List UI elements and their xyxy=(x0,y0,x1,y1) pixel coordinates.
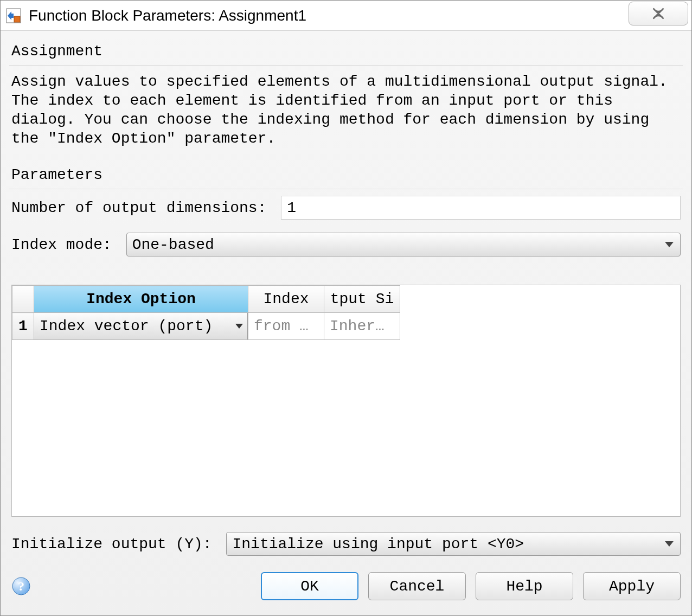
section-assignment-header: Assignment xyxy=(11,43,683,60)
assignment-description: Assign values to specified elements of a… xyxy=(11,72,681,148)
app-icon xyxy=(6,8,21,23)
col-header-blank[interactable] xyxy=(12,286,34,313)
table-header-row: Index Option Index tput Si xyxy=(12,286,400,313)
num-dimensions-row: Number of output dimensions: xyxy=(11,196,681,220)
index-mode-value: One-based xyxy=(132,236,214,253)
close-icon xyxy=(651,7,665,21)
table-row: 1 Index vector (port) from … Inher… xyxy=(12,313,400,340)
cell-output-size[interactable]: Inher… xyxy=(324,313,400,340)
index-option-value: Index vector (port) xyxy=(40,318,213,335)
window-title: Function Block Parameters: Assignment1 xyxy=(29,7,306,24)
cell-index-option[interactable]: Index vector (port) xyxy=(34,313,248,340)
num-dimensions-input[interactable] xyxy=(281,196,681,220)
num-dimensions-label: Number of output dimensions: xyxy=(11,200,275,216)
col-header-index[interactable]: Index xyxy=(248,286,324,313)
dialog-window: Function Block Parameters: Assignment1 A… xyxy=(0,0,692,616)
close-button[interactable] xyxy=(629,2,688,25)
index-value: from … xyxy=(248,313,324,339)
col-header-output-size[interactable]: tput Si xyxy=(324,286,400,313)
ok-button[interactable]: OK xyxy=(261,572,358,600)
index-option-dropdown[interactable]: Index vector (port) xyxy=(34,313,248,339)
titlebar: Function Block Parameters: Assignment1 xyxy=(1,1,691,31)
button-row: ? OK Cancel Help Apply xyxy=(9,562,683,610)
index-mode-row: Index mode: One-based xyxy=(11,233,681,256)
row-number[interactable]: 1 xyxy=(12,313,34,340)
init-output-dropdown[interactable]: Initialize using input port <Y0> xyxy=(226,532,681,556)
index-mode-dropdown[interactable]: One-based xyxy=(126,233,681,256)
help-button[interactable]: Help xyxy=(476,572,573,600)
output-size-value: Inher… xyxy=(324,313,400,339)
help-icon[interactable]: ? xyxy=(11,576,31,596)
init-output-label: Initialize output (Y): xyxy=(11,536,221,553)
init-output-value: Initialize using input port <Y0> xyxy=(232,536,524,553)
divider xyxy=(9,189,683,189)
apply-button[interactable]: Apply xyxy=(583,572,681,600)
index-table: Index Option Index tput Si 1 Index vecto… xyxy=(11,285,681,517)
col-header-index-option[interactable]: Index Option xyxy=(34,286,248,313)
divider xyxy=(9,65,683,66)
cell-index[interactable]: from … xyxy=(248,313,324,340)
dialog-body: Assignment Assign values to specified el… xyxy=(1,31,691,615)
chevron-down-icon xyxy=(235,324,243,329)
index-mode-label: Index mode: xyxy=(11,236,121,253)
cancel-button[interactable]: Cancel xyxy=(368,572,466,600)
section-parameters-header: Parameters xyxy=(11,166,683,183)
svg-text:?: ? xyxy=(18,579,24,593)
init-output-row: Initialize output (Y): Initialize using … xyxy=(11,532,681,556)
svg-rect-1 xyxy=(14,16,20,22)
